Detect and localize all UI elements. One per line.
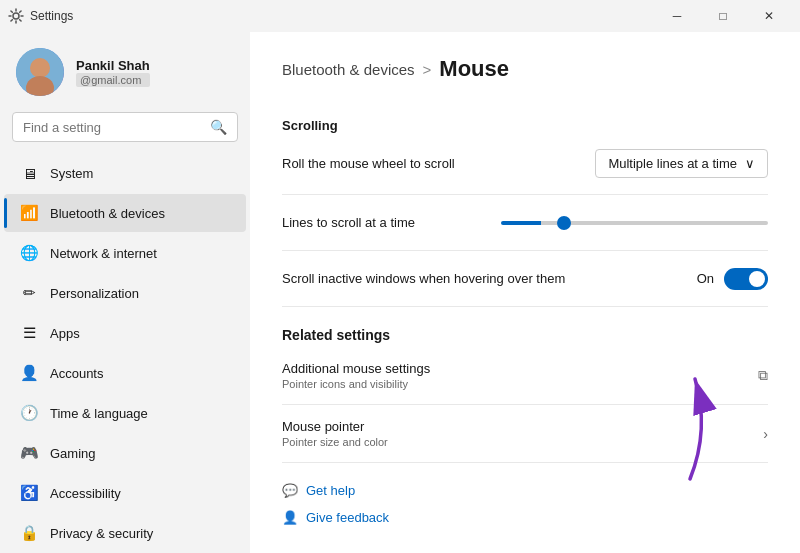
time-icon: 🕐 xyxy=(20,404,38,422)
network-icon: 🌐 xyxy=(20,244,38,262)
breadcrumb: Bluetooth & devices > Mouse xyxy=(282,56,768,82)
settings-window-icon xyxy=(8,8,24,24)
nav-label-accounts: Accounts xyxy=(50,366,103,381)
nav-label-apps: Apps xyxy=(50,326,80,341)
scroll-type-value: Multiple lines at a time xyxy=(608,156,737,171)
minimize-button[interactable]: ─ xyxy=(654,0,700,32)
scroll-inactive-toggle-group: On xyxy=(697,268,768,290)
app-body: Pankil Shah @gmail.com 🔍 🖥 System 📶 Blue… xyxy=(0,32,800,553)
nav-item-network[interactable]: 🌐 Network & internet xyxy=(4,234,246,272)
roll-wheel-label: Roll the mouse wheel to scroll xyxy=(282,156,455,171)
related-settings-heading: Related settings xyxy=(282,307,768,347)
search-icon: 🔍 xyxy=(210,119,227,135)
search-input[interactable] xyxy=(23,120,202,135)
mouse-pointer-title: Mouse pointer xyxy=(282,419,388,434)
mouse-pointer-row[interactable]: Mouse pointer Pointer size and color › xyxy=(282,405,768,463)
window-title: Settings xyxy=(30,9,654,23)
lines-scroll-label: Lines to scroll at a time xyxy=(282,215,415,230)
scroll-inactive-toggle[interactable] xyxy=(724,268,768,290)
personalization-icon: ✏ xyxy=(20,284,38,302)
external-link-icon: ⧉ xyxy=(758,367,768,384)
accounts-icon: 👤 xyxy=(20,364,38,382)
accessibility-icon: ♿ xyxy=(20,484,38,502)
dropdown-chevron-icon: ∨ xyxy=(745,156,755,171)
mouse-pointer-text: Mouse pointer Pointer size and color xyxy=(282,419,388,448)
scroll-inactive-row: Scroll inactive windows when hovering ov… xyxy=(282,251,768,307)
nav-item-privacy[interactable]: 🔒 Privacy & security xyxy=(4,514,246,552)
maximize-button[interactable]: □ xyxy=(700,0,746,32)
user-name: Pankil Shah xyxy=(76,58,150,73)
scroll-inactive-label: Scroll inactive windows when hovering ov… xyxy=(282,271,565,286)
nav-label-gaming: Gaming xyxy=(50,446,96,461)
apps-icon: ☰ xyxy=(20,324,38,342)
additional-mouse-subtitle: Pointer icons and visibility xyxy=(282,378,430,390)
svg-point-0 xyxy=(13,13,19,19)
nav-item-system[interactable]: 🖥 System xyxy=(4,155,246,192)
nav-label-personalization: Personalization xyxy=(50,286,139,301)
breadcrumb-separator: > xyxy=(423,61,432,78)
additional-mouse-text: Additional mouse settings Pointer icons … xyxy=(282,361,430,390)
nav-label-bluetooth: Bluetooth & devices xyxy=(50,206,165,221)
user-email: @gmail.com xyxy=(76,73,150,87)
privacy-icon: 🔒 xyxy=(20,524,38,542)
sidebar: Pankil Shah @gmail.com 🔍 🖥 System 📶 Blue… xyxy=(0,32,250,553)
user-info: Pankil Shah @gmail.com xyxy=(76,58,150,87)
scroll-lines-slider[interactable] xyxy=(501,221,768,225)
nav-item-apps[interactable]: ☰ Apps xyxy=(4,314,246,352)
svg-point-2 xyxy=(30,58,50,78)
avatar xyxy=(16,48,64,96)
scroll-type-dropdown[interactable]: Multiple lines at a time ∨ xyxy=(595,149,768,178)
breadcrumb-current: Mouse xyxy=(439,56,509,82)
search-box[interactable]: 🔍 xyxy=(12,112,238,142)
give-feedback-link[interactable]: 👤 Give feedback xyxy=(282,506,768,529)
get-help-label: Get help xyxy=(306,483,355,498)
breadcrumb-parent[interactable]: Bluetooth & devices xyxy=(282,61,415,78)
titlebar: Settings ─ □ ✕ xyxy=(0,0,800,32)
nav-item-gaming[interactable]: 🎮 Gaming xyxy=(4,434,246,472)
roll-wheel-row: Roll the mouse wheel to scroll Multiple … xyxy=(282,133,768,195)
user-profile: Pankil Shah @gmail.com xyxy=(0,40,250,112)
nav-item-bluetooth[interactable]: 📶 Bluetooth & devices xyxy=(4,194,246,232)
nav-label-privacy: Privacy & security xyxy=(50,526,153,541)
close-button[interactable]: ✕ xyxy=(746,0,792,32)
give-feedback-icon: 👤 xyxy=(282,510,298,525)
scroll-inactive-toggle-text: On xyxy=(697,271,714,286)
scrolling-heading: Scrolling xyxy=(282,106,768,133)
gaming-icon: 🎮 xyxy=(20,444,38,462)
window-controls: ─ □ ✕ xyxy=(654,0,792,32)
scroll-lines-slider-container xyxy=(501,221,768,225)
mouse-pointer-subtitle: Pointer size and color xyxy=(282,436,388,448)
system-icon: 🖥 xyxy=(20,165,38,182)
nav-label-network: Network & internet xyxy=(50,246,157,261)
nav-item-accounts[interactable]: 👤 Accounts xyxy=(4,354,246,392)
get-help-link[interactable]: 💬 Get help xyxy=(282,479,768,502)
nav-item-personalization[interactable]: ✏ Personalization xyxy=(4,274,246,312)
footer-links: 💬 Get help 👤 Give feedback xyxy=(282,463,768,529)
additional-mouse-title: Additional mouse settings xyxy=(282,361,430,376)
nav-label-system: System xyxy=(50,166,93,181)
nav-item-time[interactable]: 🕐 Time & language xyxy=(4,394,246,432)
additional-mouse-settings-row[interactable]: Additional mouse settings Pointer icons … xyxy=(282,347,768,405)
lines-scroll-row: Lines to scroll at a time xyxy=(282,195,768,251)
nav-item-accessibility[interactable]: ♿ Accessibility xyxy=(4,474,246,512)
bluetooth-icon: 📶 xyxy=(20,204,38,222)
nav-label-time: Time & language xyxy=(50,406,148,421)
main-content: Bluetooth & devices > Mouse Scrolling Ro… xyxy=(250,32,800,553)
nav-label-accessibility: Accessibility xyxy=(50,486,121,501)
give-feedback-label: Give feedback xyxy=(306,510,389,525)
get-help-icon: 💬 xyxy=(282,483,298,498)
chevron-right-icon: › xyxy=(763,426,768,442)
